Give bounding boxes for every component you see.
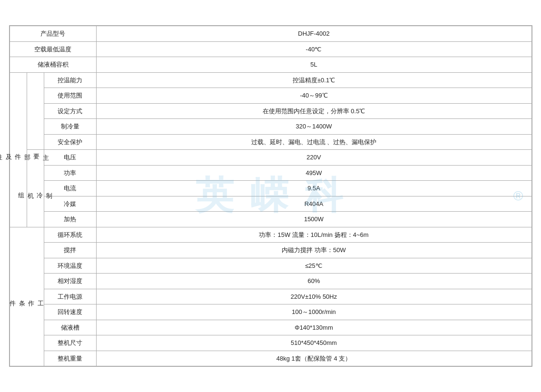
row-label: 冷媒 [44, 196, 96, 212]
row-value: 60% [96, 274, 531, 289]
row-label: 回转速度 [44, 304, 96, 320]
row-value: 48kg 1套（配保险管 4 支） [96, 351, 531, 366]
table-row: 制冷机组电压220V [10, 150, 531, 166]
main-group-label: 工作条件 [10, 227, 44, 366]
spec-table-wrapper: 英 嵘 科 ® 产品型号 DHJF-4002 空载最低温度 -40℃ 储液桶容积… [9, 25, 532, 367]
table-row: 冷媒R404A [10, 196, 531, 212]
sub-group-empty [27, 72, 44, 150]
row-value: 9.5A [96, 181, 531, 196]
spec-table: 产品型号 DHJF-4002 空载最低温度 -40℃ 储液桶容积 5L 主要部件… [10, 26, 532, 366]
row-label: 控温能力 [44, 72, 96, 88]
row-label: 搅拌 [44, 243, 96, 258]
row-value: 过载、延时、漏电、过电流 、过热、漏电保护 [96, 134, 531, 150]
row-value: 220V [96, 150, 531, 166]
row-label: 相对湿度 [44, 274, 96, 289]
row-label: 功率 [44, 165, 96, 181]
main-group-label: 主要部件及性能 [10, 72, 27, 227]
row-label: 工作电源 [44, 289, 96, 304]
sub-group-label: 制冷机组 [27, 150, 44, 227]
row-label: 电压 [44, 150, 96, 166]
table-row: 主要部件及性能控温能力控温精度±0.1℃ [10, 72, 531, 88]
row-value: 在使用范围内任意设定，分辨率 0.5℃ [96, 103, 531, 119]
table-row: 功率495W [10, 165, 531, 181]
row-label: 设定方式 [44, 103, 96, 119]
row-value: 功率：15W 流量：10L/min 扬程：4~6m [96, 227, 531, 243]
table-row: 回转速度100～1000r/min [10, 304, 531, 320]
table-row: 整机重量48kg 1套（配保险管 4 支） [10, 351, 531, 366]
table-row: 使用范围-40～99℃ [10, 88, 531, 104]
row-label: 产品型号 [10, 26, 96, 42]
row-value: -40℃ [96, 41, 531, 57]
row-value: ≤25℃ [96, 258, 531, 274]
table-row: 相对湿度60% [10, 274, 531, 289]
table-row: 加热1500W [10, 212, 531, 227]
row-value: 100～1000r/min [96, 304, 531, 320]
row-label: 使用范围 [44, 88, 96, 104]
row-label: 加热 [44, 212, 96, 227]
row-label: 整机重量 [44, 351, 96, 366]
row-value: 495W [96, 165, 531, 181]
row-value: 510*450*450mm [96, 335, 531, 351]
table-row: 制冷量320～1400W [10, 119, 531, 135]
row-value: 320～1400W [96, 119, 531, 135]
table-row: 环境温度≤25℃ [10, 258, 531, 274]
row-label: 空载最低温度 [10, 41, 96, 57]
table-row: 工作条件循环系统功率：15W 流量：10L/min 扬程：4~6m [10, 227, 531, 243]
row-value: -40～99℃ [96, 88, 531, 104]
table-row: 搅拌内磁力搅拌 功率：50W [10, 243, 531, 258]
row-label: 循环系统 [44, 227, 96, 243]
row-value: DHJF-4002 [96, 26, 531, 42]
row-label: 环境温度 [44, 258, 96, 274]
table-row: 储液桶容积 5L [10, 57, 531, 73]
row-value: 5L [96, 57, 531, 73]
row-value: 内磁力搅拌 功率：50W [96, 243, 531, 258]
table-row: 设定方式在使用范围内任意设定，分辨率 0.5℃ [10, 103, 531, 119]
row-label: 制冷量 [44, 119, 96, 135]
row-value: 控温精度±0.1℃ [96, 72, 531, 88]
row-value: R404A [96, 196, 531, 212]
table-row: 电流9.5A [10, 181, 531, 196]
table-row: 安全保护过载、延时、漏电、过电流 、过热、漏电保护 [10, 134, 531, 150]
table-row: 空载最低温度 -40℃ [10, 41, 531, 57]
row-label: 整机尺寸 [44, 335, 96, 351]
table-row: 储液槽Φ140*130mm [10, 320, 531, 335]
row-label: 储液槽 [44, 320, 96, 335]
table-row: 整机尺寸510*450*450mm [10, 335, 531, 351]
row-value: 220V±10% 50Hz [96, 289, 531, 304]
table-row: 产品型号 DHJF-4002 [10, 26, 531, 42]
row-value: Φ140*130mm [96, 320, 531, 335]
row-label: 安全保护 [44, 134, 96, 150]
row-label: 储液桶容积 [10, 57, 96, 73]
row-value: 1500W [96, 212, 531, 227]
table-row: 工作电源220V±10% 50Hz [10, 289, 531, 304]
